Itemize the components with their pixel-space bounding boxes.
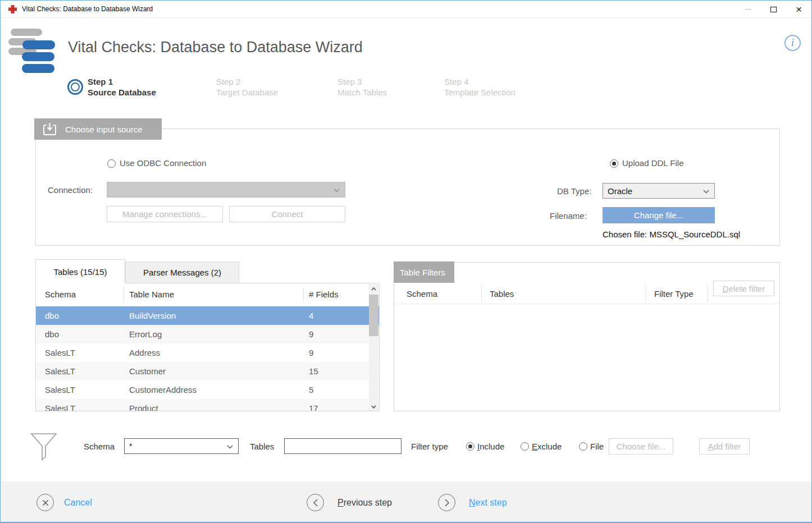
tables-table: Schema Table Name # Fields dboBuildVersi… [35, 283, 380, 411]
db-type-label: DB Type: [557, 186, 591, 196]
chevron-down-icon [227, 445, 233, 449]
step-label: Source Database [88, 87, 156, 98]
step-indicator-1: Step 1 Source Database [88, 76, 156, 98]
filters-column-tables: Tables [490, 289, 514, 299]
schema-cell: dbo [45, 325, 59, 343]
tables-header-row: Schema Table Name # Fields [36, 283, 379, 306]
change-file-button[interactable]: Change file... [603, 207, 715, 223]
delete-filter-button[interactable]: Delete filter [713, 281, 774, 296]
app-cross-icon [8, 4, 17, 14]
column-header-table-name: Table Name [129, 290, 174, 299]
tables-filter-input[interactable] [284, 438, 402, 454]
table-row[interactable]: SalesLTProduct17 [36, 399, 379, 411]
step-indicator-3: Step 3 Match Tables [337, 76, 387, 98]
maximize-icon [770, 7, 777, 12]
file-radio[interactable] [579, 442, 587, 451]
fields-cell: 4 [309, 306, 313, 325]
step-indicator-4: Step 4 Template Selection [444, 76, 516, 98]
info-icon[interactable]: i [784, 35, 801, 51]
input-source-header-label: Choose input source [65, 125, 143, 134]
previous-step-button[interactable]: Previous step [307, 494, 392, 511]
schema-cell: SalesLT [45, 380, 75, 399]
table-name-cell: ErrorLog [129, 325, 162, 343]
chevron-down-icon [703, 190, 709, 194]
funnel-icon [30, 433, 57, 462]
table-filters-panel: Schema Tables Filter Type Delete filter [394, 262, 780, 411]
odbc-radio-label: Use ODBC Connection [120, 158, 206, 168]
ddl-radio[interactable] [610, 159, 618, 168]
fields-cell: 15 [309, 362, 318, 380]
ddl-radio-label: Upload DDL File [622, 158, 684, 168]
minimize-button[interactable] [736, 1, 761, 18]
step-circle-icon [67, 79, 83, 95]
titlebar: Vital Checks: Database to Database Wizar… [1, 1, 811, 18]
file-radio-label: File [590, 442, 604, 451]
chevron-left-icon [307, 494, 324, 511]
fields-cell: 5 [309, 380, 313, 399]
chevron-down-icon [334, 189, 340, 192]
fields-cell: 9 [309, 343, 313, 362]
connect-button[interactable]: Connect [229, 206, 345, 222]
footer-bar: Cancel Previous step Next step [1, 481, 811, 522]
close-button[interactable]: ✕ [786, 1, 811, 18]
schema-filter-select[interactable]: * [124, 438, 239, 454]
step-indicator-2: Step 2 Target Database [216, 76, 278, 98]
filters-column-schema: Schema [407, 289, 437, 299]
table-row[interactable]: dboErrorLog9 [36, 325, 379, 343]
schema-filter-value: * [129, 442, 132, 451]
step-label: Template Selection [444, 87, 516, 98]
table-row[interactable]: dboBuildVersion4 [36, 306, 379, 325]
step-number: Step 4 [444, 76, 516, 87]
step-label: Target Database [216, 87, 278, 98]
db-type-value: Oracle [608, 186, 632, 196]
download-icon [42, 122, 57, 136]
filter-type-label: Filter type [411, 442, 448, 451]
page-title: Vital Checks: Database to Database Wizar… [68, 39, 363, 56]
table-name-cell: CustomerAddress [129, 380, 197, 399]
db-type-select[interactable]: Oracle [603, 183, 715, 199]
cancel-label: Cancel [64, 498, 92, 508]
include-radio[interactable] [466, 442, 475, 451]
table-name-cell: Address [129, 343, 160, 362]
tables-scrollbar[interactable] [369, 284, 378, 411]
schema-cell: dbo [45, 306, 59, 325]
manage-connections-button[interactable]: Manage connections... [107, 206, 223, 222]
cancel-button[interactable]: Cancel [37, 494, 92, 511]
app-window: Vital Checks: Database to Database Wizar… [0, 0, 812, 523]
tab-parser-messages[interactable]: Parser Messages (2) [125, 262, 239, 283]
chevron-right-icon [438, 494, 455, 511]
exclude-radio[interactable] [521, 442, 529, 451]
table-row[interactable]: SalesLTAddress9 [36, 343, 379, 362]
tab-tables[interactable]: Tables (15/15) [35, 259, 125, 283]
fields-cell: 17 [309, 399, 318, 411]
scroll-thumb[interactable] [369, 295, 378, 336]
include-radio-label: Include [477, 442, 504, 451]
exclude-radio-label: Exclude [532, 442, 562, 451]
scroll-up-icon[interactable] [369, 284, 378, 293]
scroll-down-icon[interactable] [369, 402, 378, 411]
minimize-icon [745, 9, 751, 10]
filters-header-row: Schema Tables Filter Type Delete filter [394, 283, 779, 304]
tables-rows: dboBuildVersion4dboErrorLog9SalesLTAddre… [36, 306, 379, 411]
choose-file-button[interactable]: Choose file... [609, 438, 673, 455]
step-number: Step 3 [337, 76, 387, 87]
maximize-button[interactable] [761, 1, 786, 18]
schema-cell: SalesLT [45, 399, 75, 411]
table-filters-header: Table Filters [394, 262, 454, 283]
table-name-cell: Customer [129, 362, 166, 380]
table-name-cell: BuildVersion [129, 306, 176, 325]
next-step-button[interactable]: Next step [438, 494, 507, 511]
connection-select[interactable] [107, 182, 345, 198]
window-title: Vital Checks: Database to Database Wizar… [22, 5, 153, 13]
filters-column-filter-type: Filter Type [654, 289, 694, 299]
schema-cell: SalesLT [45, 362, 75, 380]
close-icon: ✕ [796, 6, 802, 13]
table-row[interactable]: SalesLTCustomer15 [36, 362, 379, 380]
table-row[interactable]: SalesLTCustomerAddress5 [36, 380, 379, 399]
step-number: Step 1 [88, 76, 156, 87]
input-source-header: Choose input source [34, 118, 162, 140]
add-filter-button[interactable]: Add filter [699, 438, 750, 455]
step-number: Step 2 [216, 76, 278, 87]
fields-cell: 9 [309, 325, 313, 343]
odbc-radio[interactable] [107, 159, 116, 168]
